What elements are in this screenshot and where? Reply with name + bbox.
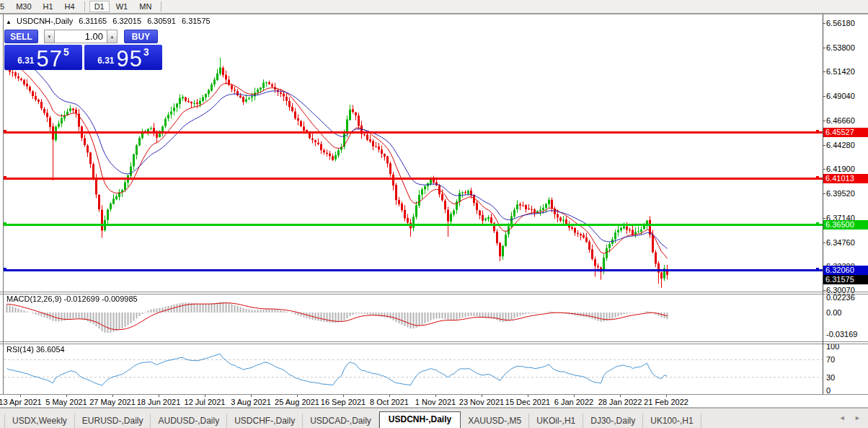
timeframe-button-h4[interactable]: H4 (60, 1, 80, 12)
price-tick-label: 6.46660 (826, 116, 855, 125)
date-tick-label: 6 Jan 2022 (554, 398, 593, 406)
price-tick-label: 6.53800 (826, 43, 855, 52)
toolbar-separator (84, 1, 85, 12)
buy-price-main: 95 (117, 48, 143, 69)
timeframe-button-d1[interactable]: D1 (89, 1, 110, 12)
date-tick-label: 28 Jan 2022 (598, 398, 642, 406)
buy-price-prefix: 6.31 (97, 56, 114, 66)
symbol-quote-line: ▲ USDCNH-,Daily 6.31165 6.32015 6.30591 … (6, 17, 214, 25)
timeframe-button-h1[interactable]: H1 (38, 1, 58, 12)
support-resistance-line[interactable] (4, 269, 823, 271)
timeframe-toolbar: 5M30H1H4D1W1MN (0, 0, 868, 14)
tab-uk100-h1[interactable]: UK100-,H1 (643, 414, 701, 428)
date-tick-label: 25 Aug 2021 (275, 398, 319, 406)
symbol-name: USDCNH-,Daily (17, 17, 73, 25)
collapse-quote-icon[interactable]: ▲ (6, 19, 12, 25)
tabs-scroll-right-icon[interactable]: ► (854, 414, 861, 422)
line-anchor-marker (816, 268, 819, 271)
price-tick-label: 6.41900 (826, 165, 855, 173)
date-tick-mark (66, 395, 67, 397)
date-tick-label: 1 Nov 2021 (415, 398, 456, 406)
support-resistance-line[interactable] (4, 131, 823, 134)
tab-ukoil-h1[interactable]: UKOil-,H1 (529, 414, 583, 428)
buy-price-box[interactable]: 6.31 95 3 (84, 45, 162, 70)
quote-close: 6.31575 (182, 17, 211, 25)
buy-price-pip: 3 (143, 46, 149, 58)
rsi-axis-label: 70 (826, 355, 835, 364)
tab-scroll-arrows: ◄ ► (832, 414, 861, 422)
tab-eurusd-daily[interactable]: EURUSD-,Daily (75, 414, 151, 428)
date-tick-mark (297, 395, 298, 397)
price-tick-label: 6.49040 (826, 92, 855, 100)
date-tick-label: 8 Oct 2021 (370, 398, 409, 406)
volume-increase-button[interactable]: ▲ (107, 30, 118, 43)
timeframe-button-m30[interactable]: M30 (11, 1, 36, 12)
timeframe-button-5[interactable]: 5 (0, 1, 9, 12)
date-tick-label: 12 Jul 2021 (185, 398, 226, 406)
volume-decrease-button[interactable]: ▼ (44, 30, 55, 43)
price-tick-label: 6.56180 (826, 19, 855, 27)
quote-low: 6.30591 (147, 17, 176, 25)
date-tick-mark (574, 395, 575, 397)
quote-high: 6.32015 (112, 17, 141, 25)
line-anchor-marker (816, 222, 819, 225)
panel-separator[interactable] (0, 341, 868, 344)
sell-button[interactable]: SELL (4, 30, 38, 43)
date-tick-mark (389, 395, 390, 397)
price-tick-label: 6.51420 (826, 67, 855, 76)
rsi-indicator-canvas[interactable] (4, 344, 823, 394)
support-resistance-line[interactable] (4, 178, 823, 180)
date-tick-mark (112, 395, 113, 397)
date-tick-label: 27 May 2021 (89, 398, 136, 406)
line-anchor-marker (816, 176, 819, 179)
tab-dj30-daily[interactable]: DJ30-,Daily (583, 414, 643, 428)
date-tick-mark (666, 395, 667, 397)
date-tick-mark (20, 395, 21, 397)
price-axis-border (823, 14, 823, 394)
date-tick-label: 3 Aug 2021 (231, 398, 271, 406)
sell-price-box[interactable]: 6.31 57 5 (4, 45, 82, 70)
date-tick-mark (159, 395, 159, 397)
level-price-label: 6.41013 (823, 174, 868, 183)
rsi-label: RSI(14) 36.6054 (6, 345, 65, 354)
date-tick-label: 18 Jun 2021 (137, 398, 181, 406)
line-anchor-marker (4, 268, 6, 271)
line-anchor-marker (816, 130, 819, 133)
buy-button[interactable]: BUY (124, 30, 158, 43)
date-tick-mark (205, 395, 205, 397)
tab-usdx-weekly[interactable]: USDX,Weekly (4, 414, 75, 428)
date-tick-mark (528, 395, 528, 397)
line-anchor-marker (4, 176, 6, 179)
level-price-label: 6.36500 (823, 220, 868, 230)
chart-tabs: USDX,WeeklyEURUSD-,DailyAUDUSD-,DailyUSD… (4, 411, 701, 428)
mt4-window: 5M30H1H4D1W1MN ▲ USDCNH-,Daily 6.31165 6… (0, 0, 868, 428)
tab-usdcnh-daily[interactable]: USDCNH-,Daily (379, 411, 461, 428)
sell-price-prefix: 6.31 (17, 56, 34, 66)
price-tick-label: 6.44280 (826, 141, 855, 149)
date-tick-mark (435, 395, 436, 397)
date-tick-label: 23 Nov 2021 (459, 398, 504, 406)
chart-tab-bar: USDX,WeeklyEURUSD-,DailyAUDUSD-,DailyUSD… (0, 408, 868, 428)
date-tick-label: 5 May 2021 (45, 398, 87, 406)
tab-usdchf-daily[interactable]: USDCHF-,Daily (227, 414, 303, 428)
timeframe-button-w1[interactable]: W1 (111, 1, 133, 12)
date-tick-mark (343, 395, 344, 397)
tab-audusd-daily[interactable]: AUDUSD-,Daily (151, 414, 227, 428)
macd-axis-label: -0.03169 (826, 330, 857, 339)
date-tick-mark (251, 395, 252, 397)
tab-usdcad-daily[interactable]: USDCAD-,Daily (303, 414, 379, 428)
date-tick-label: 15 Dec 2021 (505, 398, 550, 406)
date-tick-mark (620, 395, 621, 397)
tabs-scroll-left-icon[interactable]: ◄ (839, 414, 846, 422)
line-anchor-marker (4, 222, 6, 225)
support-resistance-line[interactable] (4, 224, 823, 226)
date-tick-label: 13 Apr 2021 (0, 398, 42, 406)
date-tick-mark (482, 395, 482, 397)
volume-input[interactable]: 1.00 (55, 30, 107, 43)
level-price-label: 6.45527 (823, 128, 868, 137)
tab-xauusd-m5[interactable]: XAUUSD-,M5 (461, 414, 529, 428)
line-anchor-marker (4, 130, 6, 133)
timeframe-button-mn[interactable]: MN (134, 1, 156, 12)
macd-axis-label: 0.00 (826, 308, 841, 317)
current-price-label: 6.31575 (823, 275, 868, 284)
